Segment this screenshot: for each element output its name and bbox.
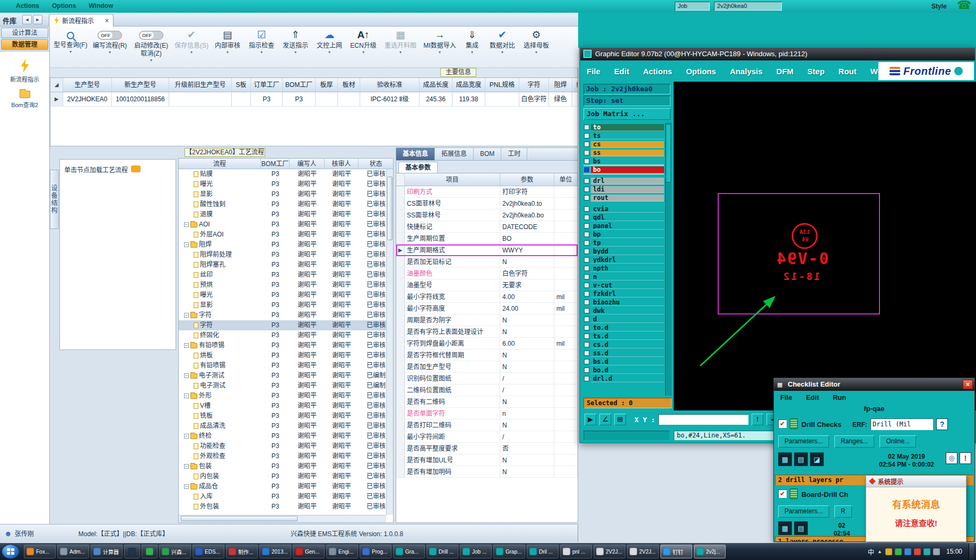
layer-row-ts[interactable]: ts [583,132,664,140]
tab-2[interactable]: BOM [474,148,501,160]
param-row[interactable]: 二维码位置图纸/ [396,384,578,396]
column-header[interactable]: BOM工厂 [283,78,316,92]
param-row[interactable]: 生产周期位置BO [396,233,578,244]
nav-back-button[interactable]: ◄ [22,15,32,24]
column-header[interactable]: 字符 [519,78,549,92]
layer-row-to[interactable]: to [583,123,664,132]
tree-row[interactable]: −外形P3谢昭平谢昭平已审核 [179,391,386,401]
tree-expander-icon[interactable]: − [184,313,189,318]
topbar-menu-options[interactable]: Options [52,2,76,10]
layer-row-rout[interactable]: rout [583,194,664,202]
tree-row[interactable]: 内包装P3谢昭平谢昭平已审核 [179,471,386,482]
tree-row[interactable]: −包装P3谢昭平谢昭平已审核 [179,461,386,471]
layer-row-bs.d[interactable]: bs.d [583,357,664,366]
layer-row-bo[interactable]: bo [583,165,664,174]
layer-visibility-checkbox[interactable] [584,376,589,381]
toolbar-button-10[interactable]: →MI数据导入▾ [422,29,457,67]
tree-row[interactable]: 贴膜P3谢昭平谢昭平已审核 [179,169,386,179]
tree-row[interactable]: 退膜P3谢昭平谢昭平已审核 [179,209,386,220]
layer-visibility-checkbox[interactable] [584,223,589,229]
param-row[interactable]: 是否有增加明码N [396,466,578,478]
tab-basic-params[interactable]: 基本参数 [398,162,438,173]
dropdown-caret-icon[interactable]: ▾ [69,49,72,54]
layer-list-scrollbar[interactable] [665,123,672,396]
column-header[interactable]: 成品宽度 [452,78,485,92]
layer-visibility-checkbox[interactable] [584,232,589,237]
dropdown-caret-icon[interactable]: ▾ [439,50,441,55]
dropdown-caret-icon[interactable]: ▾ [471,50,473,55]
param-value[interactable]: 白色字符 [500,268,554,279]
tree-row[interactable]: 成品清洗P3谢昭平谢昭平已审核 [179,421,386,431]
dropdown-caret-icon[interactable]: ▾ [399,50,402,55]
dropdown-caret-icon[interactable]: ▾ [150,58,152,63]
layer-row-ts.d[interactable]: ts.d [583,332,664,340]
taskbar-item-6[interactable]: EDS... [193,545,224,558]
param-row[interactable]: 是否加生产型号N [396,361,578,373]
help-button[interactable]: ? [936,418,948,430]
taskbar-item-16[interactable]: Dril ... [527,545,559,558]
toolbar-button-6[interactable]: ⇑发送指示▾ [280,29,311,67]
tree-row[interactable]: 入库P3谢昭平谢昭平已审核 [179,492,386,502]
taskbar-item-8[interactable]: 2013... [259,545,291,558]
taskbar-item-12[interactable]: Gra... [393,545,425,558]
dropdown-caret-icon[interactable]: ▾ [226,50,229,55]
layer-visibility-checkbox[interactable] [584,178,589,183]
layer-row-d[interactable]: d [583,315,664,323]
dropdown-caret-icon[interactable]: ▾ [362,50,364,55]
layer-visibility-checkbox[interactable] [584,257,589,262]
row-selector[interactable]: ▶ [50,92,63,106]
param-value[interactable]: 无要求 [500,279,554,291]
apply-button[interactable]: ! [752,414,763,425]
layer-row-cs.d[interactable]: cs.d [583,340,664,349]
check-enabled-checkbox[interactable]: ✔ [778,419,787,428]
layer-row-ss.d[interactable]: ss.d [583,349,664,357]
param-value[interactable]: WWYY [500,244,554,256]
sidebar-item-bom-query[interactable]: Bom查询2 [0,91,49,109]
param-value[interactable]: 2v2jh0kea0.to [500,198,554,209]
menu-rout[interactable]: Rout [839,67,857,76]
param-row[interactable]: 字符到焊盘最小距离6.00mil [396,338,578,349]
layer-row-ldi[interactable]: ldi [583,185,664,194]
measure-tool-button[interactable]: ∠ [599,414,611,425]
param-row[interactable]: 是否打印二维码N [396,419,578,431]
dropdown-caret-icon[interactable]: ▾ [328,50,330,55]
column-header[interactable]: 流程 [179,159,261,169]
tree-row[interactable]: −字符P3谢昭平谢昭平已审核 [179,310,386,320]
layer-row-bydd[interactable]: bydd [583,247,664,256]
param-value[interactable]: 6.00 [500,338,554,349]
tree-expander-icon[interactable]: − [184,484,189,489]
clock[interactable]: 15:00 [946,548,962,555]
menu-analysis[interactable]: Analysis [730,67,763,76]
layer-visibility-checkbox[interactable] [584,274,589,279]
param-value[interactable]: 2v2jh0kea0.bo [500,209,554,221]
column-header[interactable]: 参数 [500,173,554,186]
off-toggle[interactable]: OFF [98,31,122,40]
layer-visibility-checkbox[interactable] [584,133,589,138]
layer-visibility-checkbox[interactable] [584,125,589,130]
tree-row[interactable]: −有铅喷锡P3谢昭平谢昭平已审核 [179,340,386,351]
tree-row[interactable]: 曝光P3谢昭平谢昭平已审核 [179,179,386,189]
settings-button[interactable]: ◪ [810,452,824,466]
toolbar-button-7[interactable]: ☁文控上网▾ [314,29,345,67]
param-row[interactable]: 是否高平整度要求否 [396,443,578,454]
layer-visibility-checkbox[interactable] [584,142,589,147]
param-row[interactable]: 是否单面字符n [396,408,578,419]
param-row[interactable]: 油墨颜色白色字符 [396,268,578,279]
param-value[interactable]: N [500,454,554,466]
tree-row[interactable]: 酸性蚀刻P3谢昭平谢昭平已审核 [179,199,386,209]
tab-3[interactable]: 工时 [501,148,527,160]
taskbar-item-5[interactable]: 兴森... [159,545,191,558]
tree-expander-icon[interactable]: − [184,393,189,398]
column-header[interactable]: 终检 [572,78,578,92]
log-button[interactable]: ▤ [794,452,808,466]
tree-row[interactable]: 烘板P3谢昭平谢昭平已审核 [179,351,386,361]
tree-row[interactable]: 外层AOIP3谢昭平谢昭平已审核 [179,230,386,240]
param-row[interactable]: 最小字符线宽4.00mil [396,291,578,303]
tree-row[interactable]: −阻焊P3谢昭平谢昭平已审核 [179,240,386,250]
layer-row-bp[interactable]: bp [583,230,664,239]
menu-file[interactable]: File [780,393,792,401]
param-value[interactable]: / [500,384,554,396]
toolbar-button-8[interactable]: A↑ECN升级▾ [348,29,379,67]
popup-titlebar[interactable]: 系统提示 [866,476,966,487]
report-button[interactable]: ▦ [778,452,792,466]
